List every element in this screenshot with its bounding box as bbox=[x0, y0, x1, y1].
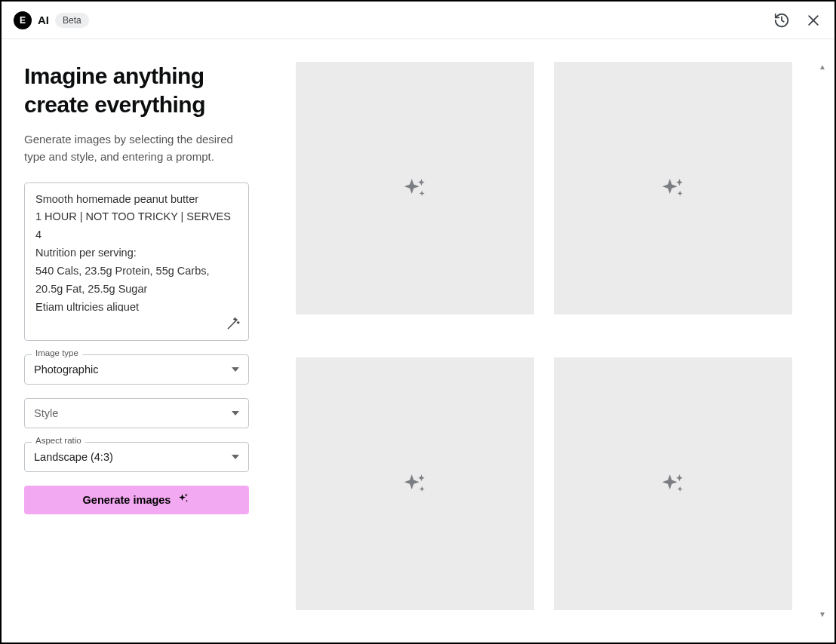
beta-chip: Beta bbox=[55, 13, 89, 28]
scroll-down-icon: ▼ bbox=[818, 609, 827, 618]
logo-icon: E bbox=[14, 11, 32, 29]
prompt-input[interactable] bbox=[25, 183, 248, 311]
page-title: Imagine anything create everything bbox=[24, 62, 250, 118]
results-panel: ▲ ▼ bbox=[273, 39, 834, 642]
image-type-label: Image type bbox=[32, 348, 82, 357]
magic-wand-icon[interactable] bbox=[226, 316, 241, 334]
header: E AI Beta bbox=[2, 2, 834, 39]
aspect-ratio-label: Aspect ratio bbox=[32, 436, 85, 445]
ai-label: AI bbox=[38, 14, 49, 26]
image-grid bbox=[296, 62, 794, 635]
main: Imagine anything create everything Gener… bbox=[2, 39, 834, 642]
image-placeholder bbox=[554, 357, 792, 610]
results-scrollbar[interactable]: ▲ ▼ bbox=[818, 62, 827, 620]
style-select[interactable]: Style bbox=[24, 398, 249, 428]
image-placeholder bbox=[296, 357, 534, 610]
close-icon[interactable] bbox=[804, 11, 822, 29]
chevron-down-icon bbox=[232, 455, 239, 459]
prompt-box bbox=[24, 182, 249, 341]
page-subtitle: Generate images by selecting the desired… bbox=[24, 130, 250, 166]
aspect-ratio-value: Landscape (4:3) bbox=[34, 451, 113, 463]
style-placeholder: Style bbox=[34, 407, 58, 419]
generate-label: Generate images bbox=[83, 494, 171, 506]
header-left: E AI Beta bbox=[14, 11, 89, 29]
image-type-value: Photographic bbox=[34, 363, 98, 376]
scroll-up-icon: ▲ bbox=[818, 62, 827, 71]
header-right bbox=[773, 11, 822, 29]
image-type-field: Image type Photographic bbox=[24, 354, 249, 385]
image-placeholder bbox=[296, 62, 534, 314]
generate-images-button[interactable]: Generate images bbox=[24, 486, 249, 514]
style-field: Style bbox=[24, 398, 249, 428]
svg-line-2 bbox=[228, 320, 237, 329]
sparkle-icon bbox=[177, 492, 190, 508]
chevron-down-icon bbox=[232, 411, 239, 416]
aspect-ratio-field: Aspect ratio Landscape (4:3) bbox=[24, 442, 249, 472]
history-icon[interactable] bbox=[773, 11, 791, 29]
image-placeholder bbox=[554, 62, 792, 314]
sidebar: Imagine anything create everything Gener… bbox=[2, 39, 273, 642]
chevron-down-icon bbox=[232, 367, 239, 372]
image-type-select[interactable]: Photographic bbox=[24, 354, 249, 385]
aspect-ratio-select[interactable]: Landscape (4:3) bbox=[24, 442, 249, 472]
